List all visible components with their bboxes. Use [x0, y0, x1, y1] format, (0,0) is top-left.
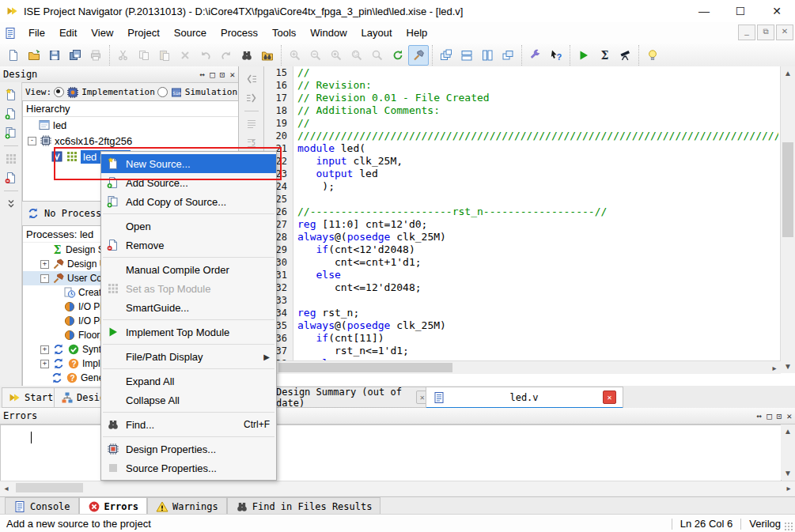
- window-minimize-button[interactable]: —: [686, 0, 722, 22]
- toolbar-button-find-binoculars[interactable]: [237, 45, 257, 66]
- toolbar-button-float-window[interactable]: [498, 45, 518, 66]
- toolbar-button-new-file[interactable]: [3, 45, 24, 66]
- toolbar-button-telescope[interactable]: [615, 45, 635, 66]
- toolbar-button-editor-hammer[interactable]: [408, 45, 429, 66]
- context-menu-item-manual-compile-order[interactable]: Manual Compile Order: [101, 260, 276, 279]
- radio-simulation[interactable]: [157, 87, 168, 97]
- menu-item-project[interactable]: Project: [120, 24, 166, 42]
- scrollbar-thumb[interactable]: [16, 483, 83, 492]
- context-menu-item-expand-all[interactable]: Expand All: [101, 372, 276, 391]
- menu-item-source[interactable]: Source: [167, 24, 214, 42]
- scrollbar-thumb[interactable]: [782, 142, 793, 237]
- expander-icon[interactable]: +: [40, 260, 49, 269]
- context-menu-item-smartguide[interactable]: SmartGuide...: [101, 298, 276, 317]
- toolbar-button-help-pointer[interactable]: ?: [546, 45, 566, 66]
- context-menu-item-open[interactable]: Open: [101, 217, 276, 236]
- restore-icon[interactable]: ⊡: [220, 70, 225, 80]
- strip-button-nav-prev[interactable]: [243, 70, 260, 88]
- restore-icon[interactable]: ⊡: [777, 411, 782, 421]
- window-maximize-button[interactable]: ☐: [722, 0, 759, 22]
- errors-horizontal-scrollbar[interactable]: ◂ ▸: [0, 481, 795, 495]
- editor-tab-led-v[interactable]: led.v✕: [426, 387, 623, 409]
- context-menu-item-new-source[interactable]: New Source...: [101, 154, 276, 173]
- context-menu-item-collapse-all[interactable]: Collapse All: [101, 391, 276, 409]
- code-editor[interactable]: 1516171819202122232425262728293031323334…: [264, 66, 795, 386]
- tree-row-xc6slx16-2ftg256[interactable]: -xc6slx16-2ftg256: [23, 133, 238, 149]
- bottom-tab-errors[interactable]: Errors: [79, 497, 147, 515]
- context-menu-item-source-properties[interactable]: Source Properties...: [101, 458, 276, 477]
- expander-icon[interactable]: -: [28, 137, 36, 145]
- rail-button-chevron-collapse[interactable]: [2, 195, 20, 213]
- menu-item-window[interactable]: Window: [303, 24, 354, 42]
- toolbar-button-save[interactable]: [44, 45, 65, 66]
- toolbar-button-lightbulb[interactable]: [642, 45, 663, 66]
- menu-item-help[interactable]: Help: [399, 24, 435, 42]
- context-menu-item-remove[interactable]: Remove: [101, 236, 276, 255]
- float-icon[interactable]: ↔: [757, 411, 763, 421]
- expander-icon[interactable]: +: [40, 345, 49, 354]
- scroll-up-icon[interactable]: ▲: [781, 424, 795, 438]
- scroll-right-icon[interactable]: ▸: [768, 361, 781, 375]
- expander-icon[interactable]: -: [40, 274, 49, 283]
- rail-button-add-copy-source[interactable]: [2, 124, 20, 141]
- mdi-restore-button[interactable]: ⧉: [757, 25, 774, 40]
- implementation-label[interactable]: Implementation: [81, 87, 155, 97]
- scrollbar-thumb[interactable]: [278, 363, 452, 372]
- scroll-down-icon[interactable]: ▼: [781, 466, 795, 480]
- toolbar-button-save-all[interactable]: [65, 45, 85, 66]
- bottom-tab-find-in-files-results[interactable]: Find in Files Results: [227, 497, 381, 515]
- toolbar-button-find-in-files[interactable]: [257, 45, 278, 66]
- toolbar-button-tile-horizontal[interactable]: [456, 45, 477, 66]
- toolbar-button-refresh[interactable]: [388, 45, 408, 66]
- close-icon[interactable]: ✕: [229, 70, 235, 80]
- scroll-right-icon[interactable]: ▸: [782, 481, 795, 495]
- resize-grip[interactable]: [784, 522, 793, 531]
- context-menu-item-add-source[interactable]: Add Source...: [101, 173, 276, 192]
- tree-row-led[interactable]: led: [23, 117, 238, 133]
- toolbar-button-cascade-windows[interactable]: [436, 45, 456, 66]
- toolbar-button-open-folder[interactable]: [24, 45, 44, 66]
- maximize-icon[interactable]: □: [767, 411, 772, 421]
- toolbar-button-tile-vertical[interactable]: [477, 45, 498, 66]
- menu-item-file[interactable]: File: [21, 24, 52, 42]
- tab-start[interactable]: Start: [2, 387, 60, 408]
- context-menu-item-implement-top-module[interactable]: Implement Top Module: [101, 323, 276, 341]
- context-menu-item-file-path-display[interactable]: File/Path Display▶: [101, 347, 276, 366]
- strip-button-list-lines-5[interactable]: 5: [243, 134, 260, 152]
- rail-button-set-top-module-disabled[interactable]: [2, 150, 20, 168]
- scroll-left-icon[interactable]: ◂: [0, 481, 13, 495]
- menu-item-layout[interactable]: Layout: [354, 24, 399, 42]
- code-area[interactable]: //// Revision:// Revision 0.01 - File Cr…: [297, 66, 778, 360]
- strip-button-nav-next[interactable]: [243, 89, 260, 107]
- context-menu-item-add-copy-of-source[interactable]: Add Copy of Source...: [101, 192, 276, 211]
- menu-item-process[interactable]: Process: [214, 24, 265, 42]
- strip-button-list-lines[interactable]: [243, 115, 260, 133]
- mdi-close-button[interactable]: ✕: [776, 25, 793, 40]
- editor-vertical-scrollbar[interactable]: ▲ ▼: [780, 66, 795, 373]
- rail-button-add-source[interactable]: [2, 105, 20, 123]
- errors-vertical-scrollbar[interactable]: ▲ ▼: [781, 424, 795, 480]
- window-close-button[interactable]: ✕: [759, 0, 795, 22]
- tab-close-icon[interactable]: ✕: [603, 391, 616, 404]
- toolbar-button-sigma[interactable]: Σ: [594, 45, 615, 66]
- mdi-minimize-button[interactable]: _: [738, 25, 755, 40]
- editor-horizontal-scrollbar[interactable]: ◂ ▸: [264, 360, 781, 374]
- rail-button-new-source[interactable]: [2, 86, 20, 104]
- bottom-tab-warnings[interactable]: Warnings: [147, 497, 227, 515]
- toolbar-button-wrench[interactable]: [525, 45, 546, 66]
- menu-item-edit[interactable]: Edit: [52, 24, 84, 42]
- bottom-tab-console[interactable]: Console: [5, 497, 79, 515]
- simulation-label[interactable]: Simulation: [185, 87, 237, 97]
- scroll-up-icon[interactable]: ▲: [781, 66, 795, 80]
- context-menu-item-design-properties[interactable]: Design Properties...: [101, 440, 276, 458]
- float-icon[interactable]: ↔: [200, 70, 206, 80]
- menu-item-view[interactable]: View: [84, 24, 120, 42]
- close-icon[interactable]: ✕: [786, 411, 792, 421]
- context-menu-item-find[interactable]: Find...Ctrl+F: [101, 415, 276, 434]
- toolbar-button-run-play[interactable]: [574, 45, 594, 66]
- menu-item-tools[interactable]: Tools: [265, 24, 303, 42]
- maximize-icon[interactable]: □: [210, 70, 215, 80]
- expander-icon[interactable]: +: [40, 360, 49, 368]
- scroll-down-icon[interactable]: ▼: [781, 360, 795, 373]
- radio-implementation[interactable]: [54, 87, 64, 97]
